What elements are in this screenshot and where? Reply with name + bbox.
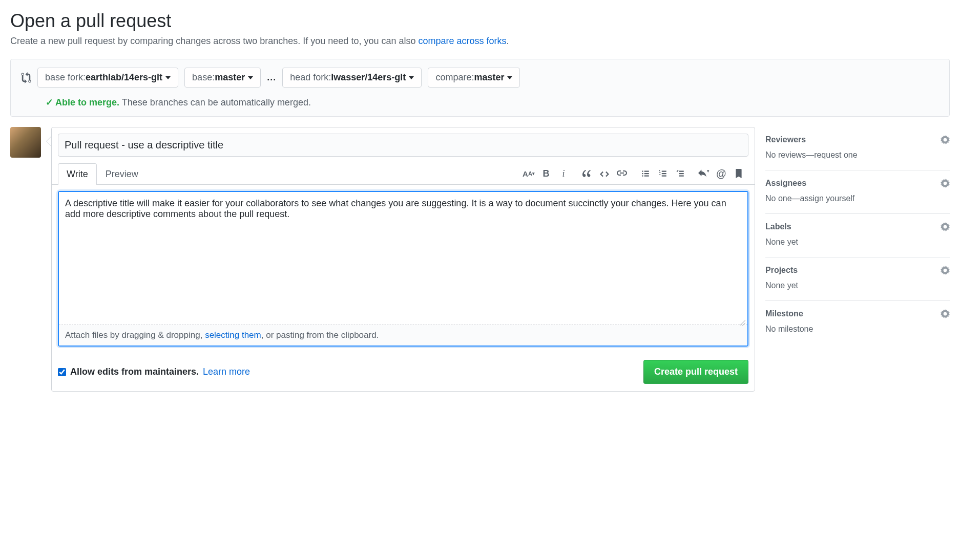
base-branch-selector[interactable]: base: master bbox=[184, 68, 261, 88]
labels-title: Labels bbox=[765, 222, 791, 231]
labels-body: None yet bbox=[765, 238, 950, 247]
bold-icon[interactable]: B bbox=[540, 168, 552, 179]
reply-icon[interactable]: ▾ bbox=[698, 168, 709, 179]
base-fork-value: earthlab/14ers-git bbox=[86, 72, 162, 83]
allow-edits-checkbox[interactable] bbox=[58, 368, 66, 376]
attach-select-link[interactable]: selecting them bbox=[205, 330, 261, 340]
check-icon: ✓ bbox=[46, 97, 53, 107]
learn-more-link[interactable]: Learn more bbox=[203, 367, 250, 377]
tab-preview[interactable]: Preview bbox=[97, 163, 147, 185]
avatar bbox=[10, 127, 41, 158]
compare-icon bbox=[21, 72, 31, 83]
assignees-title: Assignees bbox=[765, 179, 806, 188]
milestone-title: Milestone bbox=[765, 309, 803, 318]
attach-prefix: Attach files by dragging & dropping, bbox=[65, 330, 205, 340]
italic-icon[interactable]: i bbox=[558, 168, 569, 179]
gear-icon[interactable] bbox=[941, 179, 950, 188]
assign-yourself-link[interactable]: assign yourself bbox=[800, 194, 855, 203]
resize-handle-icon[interactable] bbox=[739, 319, 746, 326]
attach-suffix: , or pasting from the clipboard. bbox=[261, 330, 379, 340]
quote-icon[interactable] bbox=[581, 168, 593, 179]
compare-value: master bbox=[474, 72, 504, 83]
subtitle-suffix: . bbox=[507, 36, 509, 46]
chevron-down-icon bbox=[165, 76, 171, 79]
attach-hint[interactable]: Attach files by dragging & dropping, sel… bbox=[59, 325, 747, 346]
compare-branch-selector[interactable]: compare: master bbox=[428, 68, 520, 88]
link-icon[interactable] bbox=[616, 168, 628, 179]
markdown-toolbar: AA▾ B i ▾ bbox=[523, 168, 748, 179]
comment-arrow bbox=[46, 136, 51, 146]
base-fork-selector[interactable]: base fork: earthlab/14ers-git bbox=[37, 68, 178, 88]
reviewers-body: No reviews—request one bbox=[765, 150, 950, 160]
sidebar: Reviewers No reviews—request one Assigne… bbox=[765, 127, 950, 392]
base-fork-label: base fork: bbox=[45, 72, 86, 83]
text-size-icon[interactable]: AA▾ bbox=[523, 168, 534, 179]
page-title: Open a pull request bbox=[10, 10, 950, 32]
tab-write[interactable]: Write bbox=[58, 163, 97, 185]
gear-icon[interactable] bbox=[941, 222, 950, 231]
mention-icon[interactable]: @ bbox=[716, 168, 727, 179]
saved-reply-icon[interactable] bbox=[733, 168, 744, 179]
assignees-body: No one—assign yourself bbox=[765, 194, 950, 203]
allow-edits-checkbox-wrap[interactable]: Allow edits from maintainers. Learn more bbox=[58, 367, 250, 377]
chevron-down-icon bbox=[507, 76, 512, 79]
chevron-down-icon bbox=[248, 76, 253, 79]
assignees-prefix: No one— bbox=[765, 194, 800, 203]
page-subtitle: Create a new pull request by comparing c… bbox=[10, 36, 950, 47]
head-fork-value: lwasser/14ers-git bbox=[331, 72, 406, 83]
pr-title-input[interactable] bbox=[58, 134, 748, 157]
compare-separator: ... bbox=[267, 72, 276, 83]
base-value: master bbox=[215, 72, 245, 83]
allow-edits-label: Allow edits from maintainers. bbox=[70, 367, 199, 377]
merge-status-ok: Able to merge. bbox=[55, 97, 119, 107]
gear-icon[interactable] bbox=[941, 135, 950, 144]
milestone-body: No milestone bbox=[765, 325, 950, 334]
numbered-list-icon[interactable] bbox=[657, 168, 669, 179]
comment-box: Write Preview AA▾ B i bbox=[51, 127, 755, 392]
merge-status-detail: These branches can be automatically merg… bbox=[119, 97, 311, 107]
compare-label: compare: bbox=[435, 72, 474, 83]
task-list-icon[interactable] bbox=[675, 168, 686, 179]
reviewers-title: Reviewers bbox=[765, 135, 806, 144]
code-icon[interactable] bbox=[599, 168, 610, 179]
merge-status: ✓Able to merge. These branches can be au… bbox=[46, 97, 939, 108]
projects-title: Projects bbox=[765, 266, 798, 275]
head-fork-label: head fork: bbox=[290, 72, 331, 83]
compare-box: base fork: earthlab/14ers-git base: mast… bbox=[10, 59, 950, 117]
chevron-down-icon bbox=[409, 76, 414, 79]
gear-icon[interactable] bbox=[941, 266, 950, 275]
gear-icon[interactable] bbox=[941, 309, 950, 318]
projects-body: None yet bbox=[765, 281, 950, 290]
compare-forks-link[interactable]: compare across forks bbox=[418, 36, 506, 46]
pr-body-textarea[interactable] bbox=[59, 192, 747, 325]
base-label: base: bbox=[192, 72, 215, 83]
head-fork-selector[interactable]: head fork: lwasser/14ers-git bbox=[282, 68, 422, 88]
subtitle-text: Create a new pull request by comparing c… bbox=[10, 36, 418, 46]
create-pull-request-button[interactable]: Create pull request bbox=[643, 360, 748, 384]
bullet-list-icon[interactable] bbox=[640, 168, 651, 179]
